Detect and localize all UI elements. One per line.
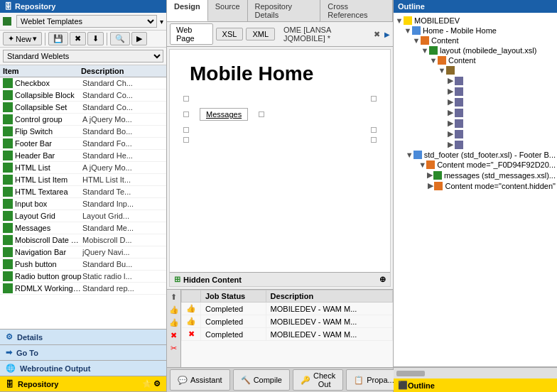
tree-item[interactable]: ▶ messages (std_messages.xsl)... bbox=[395, 170, 556, 180]
list-item[interactable]: Flip SwitchStandard Bo... bbox=[0, 126, 166, 138]
list-item[interactable]: Navigation BarjQuery Navi... bbox=[0, 246, 166, 258]
source-tab[interactable]: Source bbox=[208, 0, 248, 21]
list-item[interactable]: MessagesStandard Me... bbox=[0, 222, 166, 234]
save-button[interactable]: 💾 bbox=[48, 32, 68, 45]
tree-toggle[interactable]: ▶ bbox=[446, 108, 455, 117]
tree-toggle[interactable]: ▼ bbox=[412, 36, 421, 45]
xsl-tab[interactable]: XSL bbox=[216, 28, 244, 40]
item-desc: Standard Me... bbox=[82, 224, 163, 232]
handle-3 bbox=[183, 111, 189, 117]
tree-toggle[interactable]: ▶ bbox=[426, 181, 434, 190]
sidebar-btn-4[interactable]: ✂ bbox=[168, 342, 180, 354]
tree-item[interactable]: ▼ Content bbox=[395, 36, 556, 45]
repository-details-tab[interactable]: Repository Details bbox=[248, 0, 321, 21]
web-page-tab[interactable]: Web Page bbox=[170, 23, 213, 45]
list-item[interactable]: HTML TextareaStandard Te... bbox=[0, 186, 166, 198]
webroutine-nav-item[interactable]: 🌐 Webroutine Output bbox=[0, 361, 166, 376]
list-item[interactable]: HTML List ItemHTML List It... bbox=[0, 174, 166, 186]
tree-toggle[interactable]: ▶ bbox=[446, 140, 455, 149]
tree-item[interactable]: ▼ Content bbox=[395, 55, 556, 65]
design-tabs: Design Source Repository Details Cross R… bbox=[167, 0, 393, 22]
scrollbar-thumb[interactable] bbox=[396, 371, 425, 376]
table-row[interactable]: 👍CompletedMOBILEDEV - WAM M... bbox=[182, 315, 393, 328]
list-item[interactable]: Header BarStandard He... bbox=[0, 150, 166, 162]
list-item[interactable]: RDMLX Working ListStandard rep... bbox=[0, 283, 166, 295]
assistant-tab-btn[interactable]: 💬 Assistant bbox=[170, 369, 230, 391]
design-tab[interactable]: Design bbox=[167, 0, 208, 21]
repository-nav-item[interactable]: 🗄 Repository ⭐ ⚙ bbox=[0, 376, 166, 392]
checkout-tab-btn[interactable]: 🔑 Check Out bbox=[293, 369, 343, 391]
canvas-row-3 bbox=[183, 126, 377, 134]
table-row[interactable]: 👍CompletedMOBILEDEV - WAM M... bbox=[182, 303, 393, 315]
tree-toggle[interactable]: ▼ bbox=[404, 26, 412, 35]
sidebar-btn-err[interactable]: ✖ bbox=[168, 330, 180, 341]
tree-toggle[interactable]: ▶ bbox=[446, 129, 455, 138]
tree-item[interactable]: ▼ bbox=[395, 65, 556, 75]
toolbar-separator bbox=[45, 33, 45, 45]
weblet-templates-dropdown[interactable]: Weblet Templates bbox=[16, 15, 157, 28]
bottom-tabs: 💬 Assistant 🔨 Compile 🔑 Check Out 📋 Prop… bbox=[167, 367, 393, 392]
goto-nav-item[interactable]: ➡ Go To bbox=[0, 345, 166, 361]
tree-icon bbox=[412, 26, 421, 35]
cross-references-tab[interactable]: Cross References bbox=[320, 0, 393, 21]
sidebar-btn-1[interactable]: ⬆ bbox=[168, 291, 180, 303]
list-item[interactable]: Layout GridLayout Grid... bbox=[0, 210, 166, 222]
tree-item[interactable]: ▼ std_footer (std_footer.xsl) - Footer B… bbox=[395, 150, 556, 160]
list-item[interactable]: Collapsible BlockStandard Co... bbox=[0, 89, 166, 102]
tree-toggle[interactable]: ▶ bbox=[427, 170, 433, 180]
item-desc: Standard Bo... bbox=[82, 127, 163, 136]
details-nav-item[interactable]: ⚙ Details bbox=[0, 330, 166, 345]
tree-item[interactable]: ▶ bbox=[395, 118, 556, 129]
list-item[interactable]: Mobiscroll Date and Time P...Mobiscroll … bbox=[0, 234, 166, 246]
outline-bottom-bar[interactable]: ⬛ Outline bbox=[394, 379, 557, 392]
item-icon bbox=[3, 271, 13, 281]
tree-toggle[interactable]: ▶ bbox=[446, 87, 455, 96]
compile-tab-btn[interactable]: 🔨 Compile bbox=[233, 369, 290, 391]
list-item[interactable]: HTML ListA jQuery Mo... bbox=[0, 162, 166, 174]
tree-item[interactable]: ▶ bbox=[395, 129, 556, 139]
play-button[interactable]: ▶ bbox=[131, 32, 147, 45]
sidebar-btn-3[interactable]: 👍 bbox=[168, 317, 180, 328]
close-tab-button[interactable]: ✖ bbox=[372, 28, 382, 40]
tree-toggle[interactable]: ▼ bbox=[406, 151, 413, 159]
list-item[interactable]: Footer BarStandard Fo... bbox=[0, 138, 166, 150]
tree-icon bbox=[426, 160, 435, 169]
tree-toggle[interactable]: ▼ bbox=[395, 16, 404, 25]
tree-item[interactable]: ▶ bbox=[395, 139, 556, 150]
table-row[interactable]: ✖CompletedMOBILEDEV - WAM M... bbox=[182, 328, 393, 341]
hidden-expand-icon[interactable]: ⊕ bbox=[379, 275, 386, 284]
nav-arrow-right[interactable]: ▶ bbox=[384, 31, 390, 38]
tree-toggle[interactable]: ▶ bbox=[446, 119, 455, 128]
list-item[interactable]: Input boxStandard Inp... bbox=[0, 198, 166, 210]
tree-item[interactable]: ▼ Content mode="_F0D94F92D20... bbox=[395, 160, 556, 170]
standard-weblets-dropdown[interactable]: Standard Weblets bbox=[3, 50, 163, 62]
tree-item[interactable]: ▶ bbox=[395, 107, 556, 118]
list-item[interactable]: Radio button groupStatic radio l... bbox=[0, 271, 166, 283]
list-item[interactable]: Control groupA jQuery Mo... bbox=[0, 114, 166, 126]
item-name: HTML Textarea bbox=[15, 187, 82, 196]
tree-label: messages (std_messages.xsl)... bbox=[444, 171, 556, 180]
delete-button[interactable]: ✖ bbox=[70, 32, 86, 45]
download-button[interactable]: ⬇ bbox=[87, 32, 104, 45]
search-button[interactable]: 🔍 bbox=[110, 32, 130, 45]
tree-item[interactable]: ▶ Content mode="content.hidden" bbox=[395, 180, 556, 191]
tree-toggle[interactable]: ▼ bbox=[421, 46, 429, 55]
list-item[interactable]: Collapsible SetStandard Co... bbox=[0, 102, 166, 114]
tree-toggle[interactable]: ▶ bbox=[446, 76, 455, 85]
tree-toggle[interactable]: ▶ bbox=[446, 97, 455, 107]
tree-toggle[interactable]: ▼ bbox=[429, 56, 438, 65]
xml-tab[interactable]: XML bbox=[246, 28, 275, 40]
status-text: Completed bbox=[201, 315, 266, 328]
new-button[interactable]: ✦ New ▾ bbox=[3, 32, 42, 45]
tree-item[interactable]: ▼ MOBILEDEV bbox=[395, 16, 556, 26]
tree-toggle[interactable]: ▼ bbox=[418, 160, 426, 169]
sidebar-btn-2[interactable]: 👍 bbox=[168, 304, 180, 315]
tree-item[interactable]: ▶ bbox=[395, 86, 556, 97]
list-item[interactable]: CheckboxStandard Ch... bbox=[0, 77, 166, 89]
tree-item[interactable]: ▶ bbox=[395, 75, 556, 86]
tree-toggle[interactable]: ▼ bbox=[438, 66, 446, 75]
tree-item[interactable]: ▼ layout (mobilede_layout.xsl) bbox=[395, 45, 556, 55]
tree-item[interactable]: ▼ Home - Mobile Home bbox=[395, 26, 556, 36]
list-item[interactable]: Push buttonStandard Bu... bbox=[0, 258, 166, 271]
tree-item[interactable]: ▶ bbox=[395, 97, 556, 107]
